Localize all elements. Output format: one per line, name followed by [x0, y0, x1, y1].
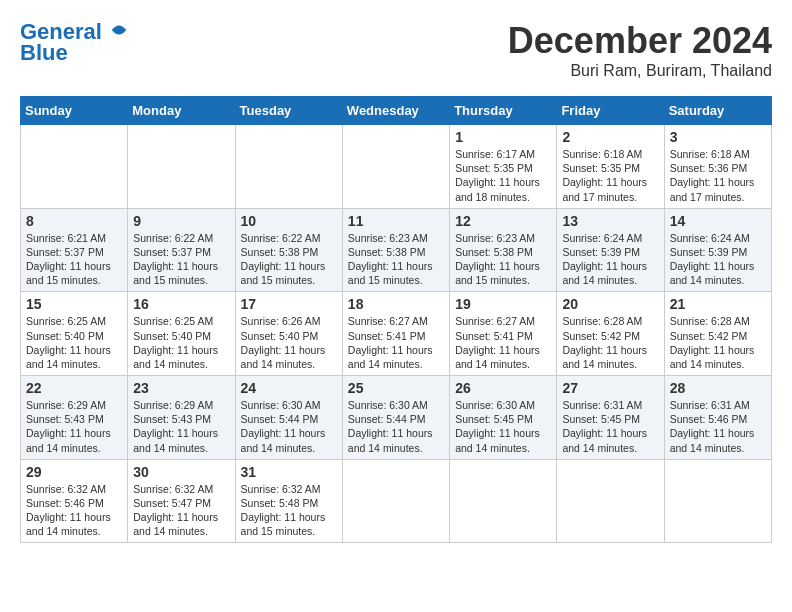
- day-number: 24: [241, 380, 337, 396]
- day-info: Sunrise: 6:21 AMSunset: 5:37 PMDaylight:…: [26, 231, 122, 288]
- calendar-cell: 8 Sunrise: 6:21 AMSunset: 5:37 PMDayligh…: [21, 208, 128, 292]
- day-number: 11: [348, 213, 444, 229]
- day-number: 1: [455, 129, 551, 145]
- day-info: Sunrise: 6:23 AMSunset: 5:38 PMDaylight:…: [455, 231, 551, 288]
- day-number: 15: [26, 296, 122, 312]
- day-info: Sunrise: 6:27 AMSunset: 5:41 PMDaylight:…: [348, 314, 444, 371]
- day-number: 16: [133, 296, 229, 312]
- day-info: Sunrise: 6:22 AMSunset: 5:37 PMDaylight:…: [133, 231, 229, 288]
- day-header-friday: Friday: [557, 97, 664, 125]
- calendar-cell: 13 Sunrise: 6:24 AMSunset: 5:39 PMDaylig…: [557, 208, 664, 292]
- day-number: 23: [133, 380, 229, 396]
- calendar-cell: [342, 459, 449, 543]
- day-header-thursday: Thursday: [450, 97, 557, 125]
- day-info: Sunrise: 6:24 AMSunset: 5:39 PMDaylight:…: [562, 231, 658, 288]
- day-number: 28: [670, 380, 766, 396]
- month-title: December 2024: [508, 20, 772, 62]
- calendar-cell: 24 Sunrise: 6:30 AMSunset: 5:44 PMDaylig…: [235, 376, 342, 460]
- calendar-cell: [21, 125, 128, 209]
- day-number: 18: [348, 296, 444, 312]
- calendar-cell: 29 Sunrise: 6:32 AMSunset: 5:46 PMDaylig…: [21, 459, 128, 543]
- calendar-cell: 30 Sunrise: 6:32 AMSunset: 5:47 PMDaylig…: [128, 459, 235, 543]
- day-info: Sunrise: 6:30 AMSunset: 5:44 PMDaylight:…: [348, 398, 444, 455]
- day-number: 20: [562, 296, 658, 312]
- day-number: 21: [670, 296, 766, 312]
- calendar-cell: 10 Sunrise: 6:22 AMSunset: 5:38 PMDaylig…: [235, 208, 342, 292]
- calendar-cell: [557, 459, 664, 543]
- day-number: 13: [562, 213, 658, 229]
- day-info: Sunrise: 6:28 AMSunset: 5:42 PMDaylight:…: [670, 314, 766, 371]
- day-number: 3: [670, 129, 766, 145]
- day-info: Sunrise: 6:32 AMSunset: 5:48 PMDaylight:…: [241, 482, 337, 539]
- day-info: Sunrise: 6:26 AMSunset: 5:40 PMDaylight:…: [241, 314, 337, 371]
- calendar-cell: 15 Sunrise: 6:25 AMSunset: 5:40 PMDaylig…: [21, 292, 128, 376]
- day-number: 25: [348, 380, 444, 396]
- day-number: 26: [455, 380, 551, 396]
- logo: General Blue: [20, 20, 128, 66]
- calendar-cell: 27 Sunrise: 6:31 AMSunset: 5:45 PMDaylig…: [557, 376, 664, 460]
- day-info: Sunrise: 6:22 AMSunset: 5:38 PMDaylight:…: [241, 231, 337, 288]
- day-number: 8: [26, 213, 122, 229]
- logo-icon: [110, 21, 128, 39]
- calendar-cell: 12 Sunrise: 6:23 AMSunset: 5:38 PMDaylig…: [450, 208, 557, 292]
- calendar-cell: 17 Sunrise: 6:26 AMSunset: 5:40 PMDaylig…: [235, 292, 342, 376]
- day-number: 14: [670, 213, 766, 229]
- calendar-cell: 3 Sunrise: 6:18 AMSunset: 5:36 PMDayligh…: [664, 125, 771, 209]
- day-info: Sunrise: 6:31 AMSunset: 5:46 PMDaylight:…: [670, 398, 766, 455]
- page-header: General Blue December 2024 Buri Ram, Bur…: [20, 20, 772, 80]
- calendar-cell: 26 Sunrise: 6:30 AMSunset: 5:45 PMDaylig…: [450, 376, 557, 460]
- day-header-sunday: Sunday: [21, 97, 128, 125]
- day-number: 10: [241, 213, 337, 229]
- calendar-cell: 25 Sunrise: 6:30 AMSunset: 5:44 PMDaylig…: [342, 376, 449, 460]
- calendar-cell: [235, 125, 342, 209]
- calendar-cell: [342, 125, 449, 209]
- calendar-cell: 19 Sunrise: 6:27 AMSunset: 5:41 PMDaylig…: [450, 292, 557, 376]
- day-number: 9: [133, 213, 229, 229]
- calendar-cell: [128, 125, 235, 209]
- day-header-wednesday: Wednesday: [342, 97, 449, 125]
- day-info: Sunrise: 6:30 AMSunset: 5:44 PMDaylight:…: [241, 398, 337, 455]
- day-info: Sunrise: 6:29 AMSunset: 5:43 PMDaylight:…: [133, 398, 229, 455]
- day-info: Sunrise: 6:31 AMSunset: 5:45 PMDaylight:…: [562, 398, 658, 455]
- calendar-cell: [664, 459, 771, 543]
- day-info: Sunrise: 6:18 AMSunset: 5:35 PMDaylight:…: [562, 147, 658, 204]
- day-number: 27: [562, 380, 658, 396]
- day-info: Sunrise: 6:32 AMSunset: 5:46 PMDaylight:…: [26, 482, 122, 539]
- day-number: 31: [241, 464, 337, 480]
- day-info: Sunrise: 6:24 AMSunset: 5:39 PMDaylight:…: [670, 231, 766, 288]
- day-number: 30: [133, 464, 229, 480]
- day-number: 17: [241, 296, 337, 312]
- day-info: Sunrise: 6:32 AMSunset: 5:47 PMDaylight:…: [133, 482, 229, 539]
- calendar-cell: 2 Sunrise: 6:18 AMSunset: 5:35 PMDayligh…: [557, 125, 664, 209]
- day-number: 2: [562, 129, 658, 145]
- day-info: Sunrise: 6:23 AMSunset: 5:38 PMDaylight:…: [348, 231, 444, 288]
- calendar-cell: 22 Sunrise: 6:29 AMSunset: 5:43 PMDaylig…: [21, 376, 128, 460]
- day-info: Sunrise: 6:18 AMSunset: 5:36 PMDaylight:…: [670, 147, 766, 204]
- day-number: 22: [26, 380, 122, 396]
- day-header-saturday: Saturday: [664, 97, 771, 125]
- day-info: Sunrise: 6:17 AMSunset: 5:35 PMDaylight:…: [455, 147, 551, 204]
- day-info: Sunrise: 6:25 AMSunset: 5:40 PMDaylight:…: [133, 314, 229, 371]
- title-block: December 2024 Buri Ram, Buriram, Thailan…: [508, 20, 772, 80]
- calendar-cell: 21 Sunrise: 6:28 AMSunset: 5:42 PMDaylig…: [664, 292, 771, 376]
- calendar-cell: 1 Sunrise: 6:17 AMSunset: 5:35 PMDayligh…: [450, 125, 557, 209]
- day-header-monday: Monday: [128, 97, 235, 125]
- calendar-cell: [450, 459, 557, 543]
- calendar-cell: 14 Sunrise: 6:24 AMSunset: 5:39 PMDaylig…: [664, 208, 771, 292]
- calendar-cell: 31 Sunrise: 6:32 AMSunset: 5:48 PMDaylig…: [235, 459, 342, 543]
- day-info: Sunrise: 6:27 AMSunset: 5:41 PMDaylight:…: [455, 314, 551, 371]
- calendar-cell: 28 Sunrise: 6:31 AMSunset: 5:46 PMDaylig…: [664, 376, 771, 460]
- calendar-cell: 18 Sunrise: 6:27 AMSunset: 5:41 PMDaylig…: [342, 292, 449, 376]
- day-info: Sunrise: 6:28 AMSunset: 5:42 PMDaylight:…: [562, 314, 658, 371]
- day-number: 29: [26, 464, 122, 480]
- calendar-cell: 20 Sunrise: 6:28 AMSunset: 5:42 PMDaylig…: [557, 292, 664, 376]
- day-number: 12: [455, 213, 551, 229]
- calendar-cell: 16 Sunrise: 6:25 AMSunset: 5:40 PMDaylig…: [128, 292, 235, 376]
- calendar-table: SundayMondayTuesdayWednesdayThursdayFrid…: [20, 96, 772, 543]
- calendar-cell: 9 Sunrise: 6:22 AMSunset: 5:37 PMDayligh…: [128, 208, 235, 292]
- calendar-cell: 11 Sunrise: 6:23 AMSunset: 5:38 PMDaylig…: [342, 208, 449, 292]
- day-info: Sunrise: 6:30 AMSunset: 5:45 PMDaylight:…: [455, 398, 551, 455]
- day-header-tuesday: Tuesday: [235, 97, 342, 125]
- day-number: 19: [455, 296, 551, 312]
- day-info: Sunrise: 6:25 AMSunset: 5:40 PMDaylight:…: [26, 314, 122, 371]
